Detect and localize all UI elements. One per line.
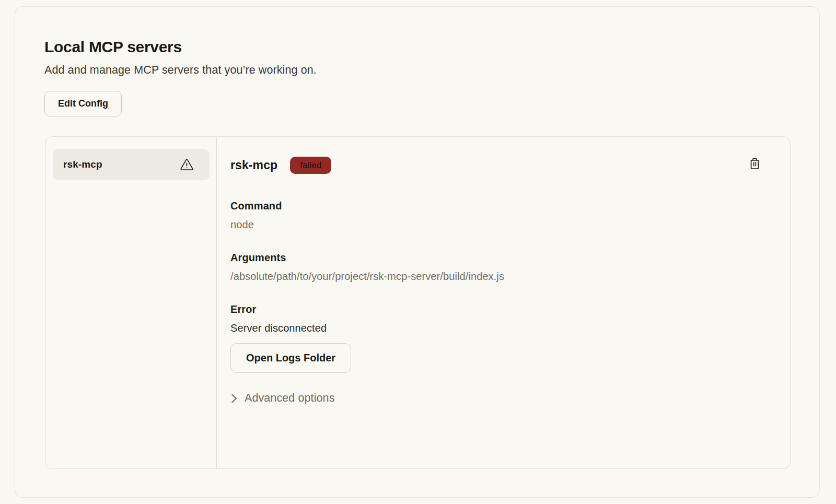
error-label: Error <box>230 303 769 315</box>
delete-server-button[interactable] <box>748 156 762 173</box>
page-header: Local MCP servers Add and manage MCP ser… <box>44 38 317 116</box>
error-section: Error Server disconnected Open Logs Fold… <box>230 303 769 373</box>
arguments-value: /absolute/path/to/your/project/rsk-mcp-s… <box>230 271 769 283</box>
warning-triangle-icon <box>180 158 194 171</box>
page-title: Local MCP servers <box>44 38 317 56</box>
server-detail: rsk-mcp failed Command node Arg <box>217 137 790 468</box>
server-list-sidebar: rsk-mcp <box>45 137 217 468</box>
arguments-label: Arguments <box>230 252 769 264</box>
command-label: Command <box>230 200 769 212</box>
mcp-servers-panel: rsk-mcp rsk-mcp failed <box>45 136 791 469</box>
server-list-item-name: rsk-mcp <box>63 159 102 170</box>
command-value: node <box>230 219 769 231</box>
server-detail-name: rsk-mcp <box>230 158 277 172</box>
chevron-right-icon <box>230 393 238 404</box>
advanced-options-toggle[interactable]: Advanced options <box>230 392 335 405</box>
local-mcp-settings-card: Local MCP servers Add and manage MCP ser… <box>15 6 820 498</box>
command-section: Command node <box>230 200 769 231</box>
error-value: Server disconnected <box>230 322 769 334</box>
edit-config-button[interactable]: Edit Config <box>44 91 122 116</box>
arguments-section: Arguments /absolute/path/to/your/project… <box>230 252 769 283</box>
page-subtitle: Add and manage MCP servers that you’re w… <box>44 64 317 77</box>
server-detail-heading: rsk-mcp failed <box>230 157 769 174</box>
trash-icon <box>749 157 761 170</box>
server-list-item-rsk-mcp[interactable]: rsk-mcp <box>53 149 210 180</box>
open-logs-folder-button[interactable]: Open Logs Folder <box>230 343 351 373</box>
status-badge: failed <box>290 157 331 174</box>
advanced-options-label: Advanced options <box>245 392 335 405</box>
